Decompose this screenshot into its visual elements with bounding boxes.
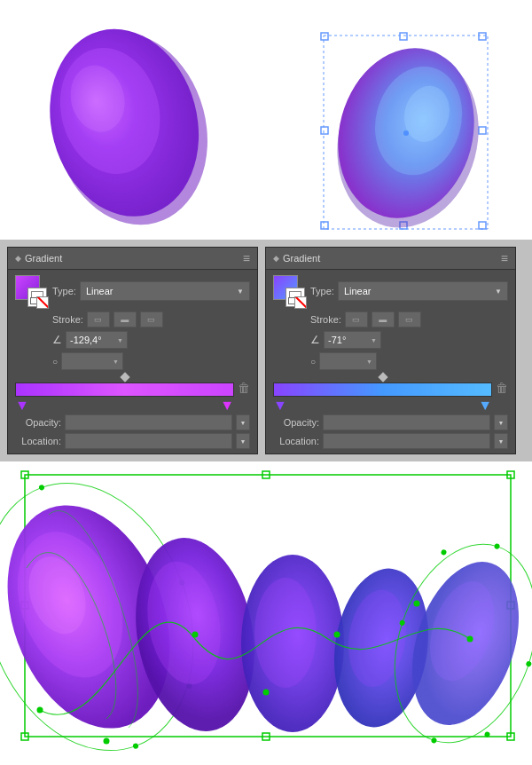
type-label-right: Type: bbox=[310, 286, 334, 296]
type-select-left[interactable]: Linear ▼ bbox=[80, 281, 250, 301]
gradient-panel-right-body: Type: Linear ▼ Stroke: ▭ ▬ ▭ ∠ -71° bbox=[266, 270, 515, 454]
opacity-arrow-right[interactable]: ▼ bbox=[494, 414, 508, 430]
stroke-btn-1-right[interactable]: ▭ bbox=[345, 312, 368, 327]
gradient-midpoint-right[interactable] bbox=[378, 372, 387, 382]
svg-point-47 bbox=[526, 660, 532, 667]
opacity-arrow-left[interactable]: ▼ bbox=[236, 414, 250, 430]
svg-point-58 bbox=[467, 636, 473, 643]
aspect-select-right[interactable]: ▼ bbox=[319, 352, 377, 370]
gradient-panel-left-title: Gradient bbox=[25, 253, 62, 264]
svg-point-48 bbox=[494, 543, 501, 550]
svg-rect-6 bbox=[479, 33, 486, 40]
type-select-right-value: Linear bbox=[344, 286, 372, 296]
svg-point-17 bbox=[403, 130, 409, 136]
stroke-label-right: Stroke: bbox=[310, 314, 341, 325]
gradient-panel-right-diamond-icon: ◆ bbox=[273, 254, 279, 263]
bottom-section bbox=[0, 461, 532, 763]
aspect-icon-right: ○ bbox=[310, 357, 316, 367]
svg-point-49 bbox=[431, 737, 438, 745]
type-select-left-value: Linear bbox=[86, 286, 113, 296]
svg-rect-7 bbox=[321, 222, 328, 229]
angle-icon-right: ∠ bbox=[310, 334, 320, 346]
ellipse-left bbox=[35, 13, 222, 231]
svg-point-57 bbox=[414, 601, 420, 607]
stroke-btn-2-right[interactable]: ▬ bbox=[372, 312, 395, 327]
aspect-arrow-left: ▼ bbox=[113, 359, 119, 365]
opacity-label-right: Opacity: bbox=[273, 417, 319, 428]
top-section bbox=[0, 0, 532, 240]
aspect-arrow-right: ▼ bbox=[366, 359, 372, 365]
delete-btn-left[interactable]: 🗑 bbox=[238, 381, 250, 395]
no-fill-indicator-right bbox=[294, 296, 307, 309]
stop-right-right[interactable]: ▼ bbox=[478, 398, 492, 413]
svg-point-53 bbox=[104, 738, 110, 745]
gradient-panel-left-body: Type: Linear ▼ Stroke: ▭ ▬ ▭ ∠ -129,4° bbox=[8, 270, 257, 454]
svg-point-56 bbox=[334, 632, 340, 638]
svg-point-50 bbox=[441, 549, 448, 556]
delete-btn-right[interactable]: 🗑 bbox=[496, 381, 508, 395]
gradient-panel-right-menu-icon[interactable]: ≡ bbox=[501, 251, 508, 265]
svg-point-52 bbox=[37, 707, 43, 714]
angle-icon-left: ∠ bbox=[52, 334, 62, 346]
stroke-btn-3-right[interactable]: ▭ bbox=[398, 312, 421, 327]
svg-point-33 bbox=[38, 485, 45, 492]
angle-arrow-right: ▼ bbox=[371, 337, 377, 343]
gradient-panel-left-menu-icon[interactable]: ≡ bbox=[243, 251, 250, 265]
type-select-left-arrow: ▼ bbox=[237, 288, 244, 296]
gradient-bar-left[interactable] bbox=[15, 382, 234, 397]
panel-header-right: ◆ Gradient ≡ bbox=[266, 248, 515, 270]
svg-rect-5 bbox=[321, 33, 328, 40]
svg-point-54 bbox=[192, 632, 199, 638]
location-arrow-right[interactable]: ▼ bbox=[494, 433, 508, 449]
gradient-panel-left: ◆ Gradient ≡ bbox=[7, 247, 258, 454]
angle-input-left[interactable]: -129,4° ▼ bbox=[66, 331, 128, 349]
opacity-input-right[interactable] bbox=[323, 414, 490, 430]
stroke-btn-1-left[interactable]: ▭ bbox=[87, 312, 110, 327]
gradient-panel-left-diamond-icon: ◆ bbox=[15, 254, 21, 263]
gradient-panel-right: ◆ Gradient ≡ bbox=[265, 247, 516, 454]
stroke-btn-3-left[interactable]: ▭ bbox=[140, 312, 163, 327]
svg-point-55 bbox=[263, 690, 270, 696]
svg-point-34 bbox=[132, 743, 139, 750]
stop-left-right[interactable]: ▼ bbox=[273, 398, 287, 413]
no-fill-indicator-left bbox=[36, 296, 49, 309]
angle-value-left: -129,4° bbox=[70, 335, 102, 345]
ellipse-right bbox=[319, 31, 497, 235]
panels-section: ◆ Gradient ≡ bbox=[0, 240, 532, 461]
aspect-icon-left: ○ bbox=[52, 357, 58, 367]
type-label-left: Type: bbox=[52, 286, 76, 296]
location-label-left: Location: bbox=[15, 436, 61, 446]
gradient-midpoint-left[interactable] bbox=[120, 372, 129, 382]
location-input-right[interactable] bbox=[323, 433, 490, 449]
opacity-input-left[interactable] bbox=[65, 414, 232, 430]
opacity-label-left: Opacity: bbox=[15, 417, 61, 428]
gradient-panel-right-title: Gradient bbox=[283, 253, 320, 264]
svg-rect-12 bbox=[479, 127, 486, 134]
svg-rect-11 bbox=[321, 127, 328, 134]
gradient-bar-right[interactable] bbox=[273, 382, 492, 397]
location-arrow-left[interactable]: ▼ bbox=[236, 433, 250, 449]
bottom-svg bbox=[0, 461, 532, 763]
angle-arrow-left: ▼ bbox=[117, 337, 123, 343]
stop-left-left[interactable]: ▼ bbox=[15, 398, 29, 413]
aspect-select-left[interactable]: ▼ bbox=[61, 352, 123, 370]
panel-header-left: ◆ Gradient ≡ bbox=[8, 248, 257, 270]
svg-rect-8 bbox=[479, 222, 486, 229]
svg-rect-9 bbox=[400, 33, 407, 40]
stroke-btn-2-left[interactable]: ▬ bbox=[113, 312, 137, 327]
location-input-left[interactable] bbox=[65, 433, 232, 449]
location-label-right: Location: bbox=[273, 436, 319, 446]
type-select-right-arrow: ▼ bbox=[495, 288, 502, 296]
angle-value-right: -71° bbox=[328, 335, 346, 345]
svg-point-40 bbox=[254, 578, 317, 688]
stop-right-left[interactable]: ▼ bbox=[220, 398, 234, 413]
type-select-right[interactable]: Linear ▼ bbox=[338, 281, 508, 301]
stroke-label-left: Stroke: bbox=[52, 314, 83, 325]
angle-input-right[interactable]: -71° ▼ bbox=[324, 331, 381, 349]
